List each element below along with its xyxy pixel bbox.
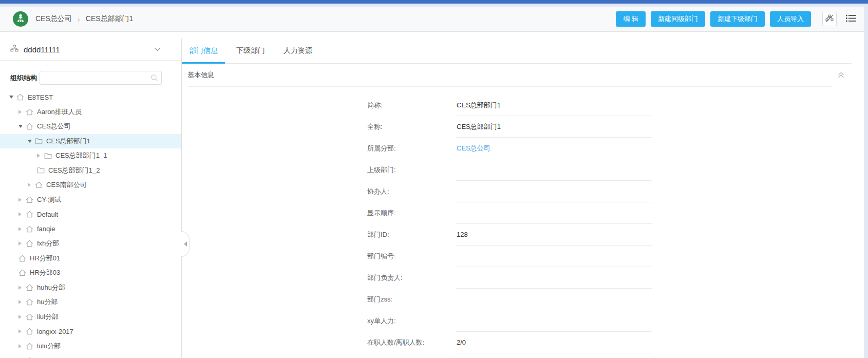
org-person-icon [16,13,25,25]
tree-node-label: liul分部 [37,312,59,322]
field-value-short-name: CES总部部门1 [456,95,652,116]
new-sibling-dept-button[interactable]: 新建同级部门 [651,11,705,27]
expand-node-icon[interactable] [18,329,26,333]
field-label-full-name: 全称: [367,116,456,138]
tree-node[interactable]: CES总部部门1_1 [0,148,181,163]
header-actions: 编 辑新建同级部门新建下级部门人员导入 [611,11,856,27]
home-icon [26,298,33,306]
tree-node[interactable]: CES总部部门1_2 [0,163,181,178]
import-personnel-button[interactable]: 人员导入 [770,11,811,27]
tree-node[interactable]: HR分部03 [0,266,181,280]
chevron-down-icon[interactable] [154,47,161,51]
collapse-node-icon[interactable] [9,96,16,99]
search-icon [150,74,158,84]
section-title: 基本信息 [187,70,214,80]
org-structure-row: 组织结构 [10,71,162,85]
field-value-branch[interactable]: CES总公司 [456,138,652,159]
field-label-dept-zss: 部门zss: [367,289,456,310]
tree-node[interactable]: CES南部公司 [0,178,181,193]
home-icon [26,211,33,218]
home-icon [16,93,24,101]
expand-node-icon[interactable] [37,154,44,158]
breadcrumb-item-current: CES总部部门1 [86,14,134,24]
tree-node[interactable]: liul分部 [0,310,181,325]
expand-node-icon[interactable] [18,241,26,246]
tree-node-label: E8TEST [28,93,53,101]
sidebar: dddd11111 组织结构 E8TESTAaron排班人员CES总公司CES总… [0,39,182,358]
field-text-headcount: 2/0 [457,338,466,346]
edit-button[interactable]: 编 辑 [616,11,646,27]
expand-node-icon[interactable] [18,212,26,216]
tree-node[interactable]: CY-测试 [0,193,181,208]
tree-node-label: longxx-2017 [37,328,73,335]
tree-node[interactable]: HR分部01 [0,251,181,266]
tab-human-resources[interactable]: 人力资源 [276,39,319,63]
main-panel: 部门信息下级部门人力资源 基本信息 简称:CES总部部门1全称:CES总部部门1… [182,39,864,358]
tree-node[interactable]: CES总公司 [0,119,181,134]
tree-node[interactable]: maojiandj [0,353,181,358]
tree-node[interactable]: fxh分部 [0,236,181,251]
tree-node-label: CES南部公司 [46,180,87,190]
search-input[interactable] [40,71,161,84]
expand-node-icon[interactable] [18,110,26,114]
field-label-dept-code: 部门编号: [367,246,456,267]
expand-node-icon[interactable] [18,344,26,348]
tree-node[interactable]: CES总部部门1 [0,134,181,149]
field-text-dept-id: 128 [457,231,468,238]
tree-search [40,71,162,85]
tree-node[interactable]: hu分部 [0,295,181,310]
field-label-dept-id: 部门ID: [367,224,456,246]
sidebar-header: dddd11111 [0,39,181,61]
collapse-node-icon[interactable] [28,140,35,143]
field-value-dept-manager [456,267,652,289]
expand-node-icon[interactable] [18,198,26,202]
field-branch: 所属分部:CES总公司 [367,138,864,159]
expand-node-icon[interactable] [18,315,26,319]
collapse-node-icon[interactable] [18,125,26,128]
tree-node[interactable]: Default [0,207,181,222]
expand-node-icon[interactable] [18,300,26,304]
field-label-xy-manpower: xy单人力: [367,310,456,332]
org-chart-disabled-icon [825,14,834,24]
home-icon [26,343,33,350]
tree-node[interactable]: lulu分部 [0,339,181,354]
tree-node[interactable]: Aaron排班人员 [0,105,181,120]
org-chart-toggle-button[interactable] [822,12,837,26]
tree-node[interactable]: fanqie [0,222,181,237]
section-header: 基本信息 [182,64,864,86]
field-text-full-name: CES总部部门1 [457,122,501,131]
tab-dept-info[interactable]: 部门信息 [182,39,225,63]
list-menu-button[interactable] [846,14,856,24]
field-label-dept-manager: 部门负责人: [367,267,456,289]
expand-node-icon[interactable] [28,183,35,187]
field-value-assistant [456,181,652,202]
collapse-section-icon[interactable] [838,72,844,79]
folder-icon [35,138,43,144]
collapse-left-icon [184,241,187,247]
tree-node[interactable]: E8TEST [0,90,181,105]
tree-node[interactable]: huhu分部 [0,280,181,295]
top-accent-bar [0,0,868,4]
field-dept-manager: 部门负责人: [367,267,864,289]
new-sub-dept-button[interactable]: 新建下级部门 [710,11,765,27]
field-label-parent-dept: 上级部门: [367,159,456,181]
app-window: CES总公司 › CES总部部门1 编 辑新建同级部门新建下级部门人员导入 dd… [0,7,864,358]
expand-node-icon[interactable] [18,286,26,290]
tree-node-label: Aaron排班人员 [37,107,82,117]
divider [187,86,832,87]
field-link-branch[interactable]: CES总公司 [457,144,490,153]
home-icon [26,240,33,247]
tree-node[interactable]: longxx-2017 [0,324,181,339]
breadcrumb-item-parent[interactable]: CES总公司 [35,14,72,24]
expand-node-icon[interactable] [18,227,26,231]
field-headcount: 在职人数/离职人数:2/0 [367,332,864,353]
field-short-name: 简称:CES总部部门1 [367,95,864,116]
org-tree: E8TESTAaron排班人员CES总公司CES总部部门1CES总部部门1_1C… [0,90,181,358]
tab-sub-depts[interactable]: 下级部门 [229,39,272,63]
home-icon [35,181,43,189]
org-tree-icon [10,45,18,54]
home-icon [26,328,33,335]
home-icon [26,313,33,321]
home-icon [26,284,33,291]
tree-node-label: huhu分部 [37,283,65,292]
